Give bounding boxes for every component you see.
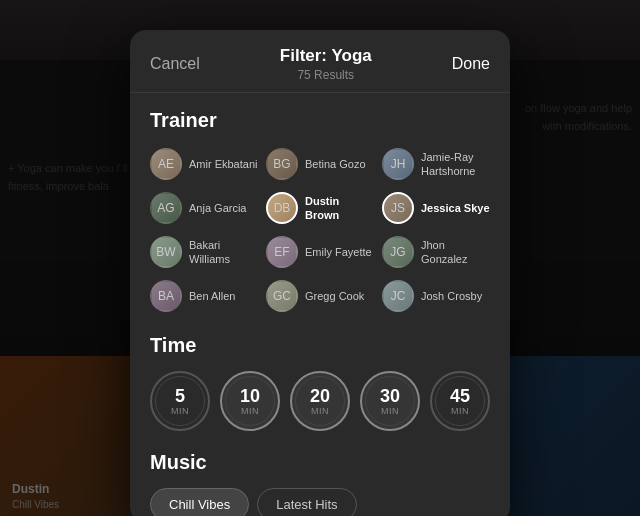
trainer-avatar: JC xyxy=(382,280,414,312)
trainer-item[interactable]: DBDustin Brown xyxy=(266,190,374,226)
time-section: Time 5MIN10MIN20MIN30MIN45MIN xyxy=(150,334,490,431)
trainer-avatar: JS xyxy=(382,192,414,224)
trainer-name: Dustin Brown xyxy=(305,194,374,223)
time-value: 30 xyxy=(380,387,400,405)
trainer-item[interactable]: GCGregg Cook xyxy=(266,278,374,314)
trainer-section-title: Trainer xyxy=(150,109,490,132)
time-circle[interactable]: 45MIN xyxy=(430,371,490,431)
trainer-avatar: AE xyxy=(150,148,182,180)
trainer-name: Anja Garcia xyxy=(189,201,246,215)
music-tag[interactable]: Latest Hits xyxy=(257,488,356,516)
trainer-name: Betina Gozo xyxy=(305,157,366,171)
trainer-name: Amir Ekbatani xyxy=(189,157,257,171)
trainer-item[interactable]: EFEmily Fayette xyxy=(266,234,374,270)
trainer-name: Bakari Williams xyxy=(189,238,258,267)
trainer-avatar: BA xyxy=(150,280,182,312)
time-circle[interactable]: 20MIN xyxy=(290,371,350,431)
modal-overlay: Cancel Filter: Yoga 75 Results Done Trai… xyxy=(0,0,640,516)
trainer-avatar: DB xyxy=(266,192,298,224)
cancel-button[interactable]: Cancel xyxy=(150,55,200,73)
trainer-name: Ben Allen xyxy=(189,289,235,303)
time-value: 5 xyxy=(175,387,185,405)
trainer-avatar: BG xyxy=(266,148,298,180)
trainer-item[interactable]: BWBakari Williams xyxy=(150,234,258,270)
music-section: Music Chill VibesLatest HitsThrowback Hi… xyxy=(150,451,490,516)
time-value: 10 xyxy=(240,387,260,405)
time-circle[interactable]: 30MIN xyxy=(360,371,420,431)
trainer-avatar: BW xyxy=(150,236,182,268)
modal-title: Filter: Yoga xyxy=(280,46,372,66)
trainer-name: Josh Crosby xyxy=(421,289,482,303)
time-circle[interactable]: 10MIN xyxy=(220,371,280,431)
trainer-name: Jamie-Ray Hartshorne xyxy=(421,150,490,179)
trainer-item[interactable]: AGAnja Garcia xyxy=(150,190,258,226)
time-unit-label: MIN xyxy=(381,406,399,416)
music-tags: Chill VibesLatest HitsThrowback HitsEver… xyxy=(150,488,490,516)
trainer-grid: AEAmir EkbataniBGBetina GozoJHJamie-Ray … xyxy=(150,146,490,314)
modal-header-center: Filter: Yoga 75 Results xyxy=(280,46,372,82)
done-button[interactable]: Done xyxy=(452,55,490,73)
trainer-item[interactable]: AEAmir Ekbatani xyxy=(150,146,258,182)
trainer-item[interactable]: JHJamie-Ray Hartshorne xyxy=(382,146,490,182)
time-unit-label: MIN xyxy=(241,406,259,416)
time-section-title: Time xyxy=(150,334,490,357)
modal-body: Trainer AEAmir EkbataniBGBetina GozoJHJa… xyxy=(130,93,510,516)
modal-header: Cancel Filter: Yoga 75 Results Done xyxy=(130,30,510,93)
time-unit-label: MIN xyxy=(311,406,329,416)
trainer-item[interactable]: BABen Allen xyxy=(150,278,258,314)
trainer-item[interactable]: JGJhon Gonzalez xyxy=(382,234,490,270)
trainer-item[interactable]: JCJosh Crosby xyxy=(382,278,490,314)
time-circles: 5MIN10MIN20MIN30MIN45MIN xyxy=(150,371,490,431)
trainer-item[interactable]: BGBetina Gozo xyxy=(266,146,374,182)
trainer-avatar: EF xyxy=(266,236,298,268)
trainer-avatar: JH xyxy=(382,148,414,180)
trainer-name: Jhon Gonzalez xyxy=(421,238,490,267)
time-circle[interactable]: 5MIN xyxy=(150,371,210,431)
trainer-avatar: AG xyxy=(150,192,182,224)
modal-subtitle: 75 Results xyxy=(280,68,372,82)
time-unit-label: MIN xyxy=(171,406,189,416)
music-tag[interactable]: Chill Vibes xyxy=(150,488,249,516)
time-unit-label: MIN xyxy=(451,406,469,416)
music-section-title: Music xyxy=(150,451,490,474)
trainer-name: Gregg Cook xyxy=(305,289,364,303)
time-value: 45 xyxy=(450,387,470,405)
trainer-avatar: JG xyxy=(382,236,414,268)
trainer-avatar: GC xyxy=(266,280,298,312)
filter-modal: Cancel Filter: Yoga 75 Results Done Trai… xyxy=(130,30,510,516)
time-value: 20 xyxy=(310,387,330,405)
trainer-name: Jessica Skye xyxy=(421,201,490,215)
trainer-item[interactable]: JSJessica Skye xyxy=(382,190,490,226)
trainer-name: Emily Fayette xyxy=(305,245,372,259)
